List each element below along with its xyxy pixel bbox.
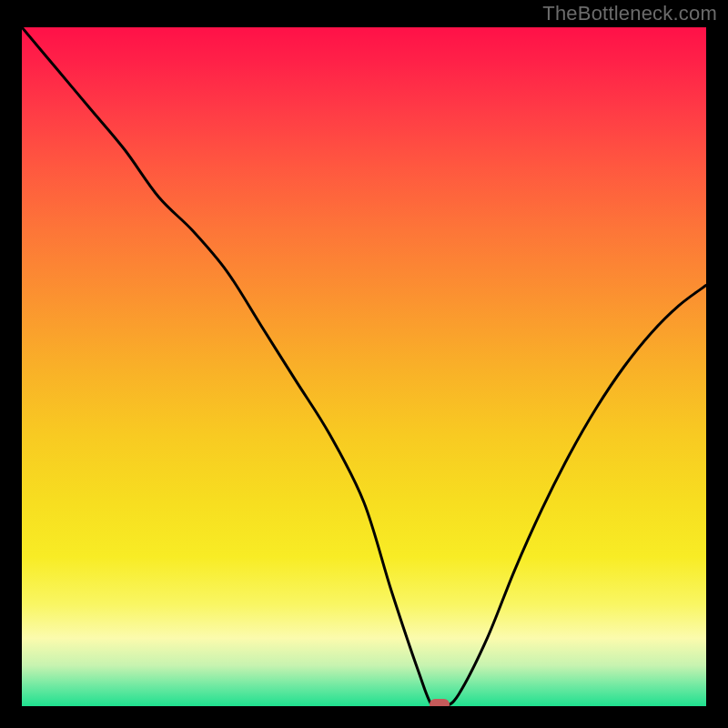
watermark-text: TheBottleneck.com <box>542 2 717 25</box>
gradient-background <box>22 27 706 706</box>
plot-svg <box>22 27 706 706</box>
optimal-marker <box>430 699 450 706</box>
plot-area <box>22 27 706 706</box>
chart-frame: TheBottleneck.com <box>0 0 728 728</box>
